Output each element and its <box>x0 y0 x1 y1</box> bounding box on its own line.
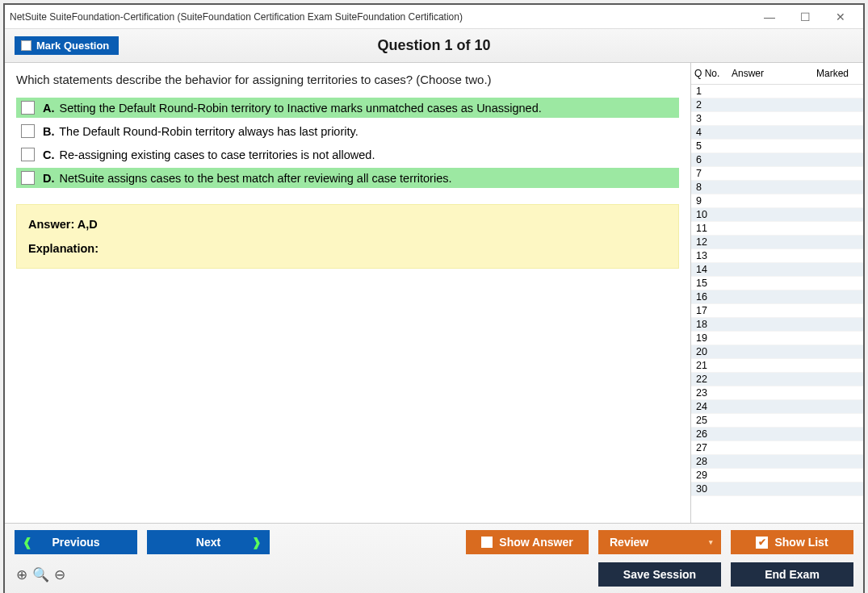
option-row[interactable]: C. Re-assigning existing cases to case t… <box>16 144 679 165</box>
question-list-row[interactable]: 25 <box>691 414 863 428</box>
option-row[interactable]: B. The Default Round-Robin territory alw… <box>16 121 679 141</box>
option-row[interactable]: D. NetSuite assigns cases to the best ma… <box>16 168 679 188</box>
question-list-row[interactable]: 9 <box>691 194 863 208</box>
question-list-row[interactable]: 1 <box>691 85 863 98</box>
question-number: 10 <box>694 209 732 220</box>
maximize-button[interactable]: ☐ <box>787 6 823 28</box>
mark-question-button[interactable]: Mark Question <box>15 36 119 55</box>
question-list-row[interactable]: 29 <box>691 469 863 482</box>
question-list-row[interactable]: 15 <box>691 277 863 290</box>
show-answer-button[interactable]: Show Answer <box>466 530 589 554</box>
options-list: A. Setting the Default Round-Robin terri… <box>16 98 679 188</box>
question-list-row[interactable]: 30 <box>691 482 863 496</box>
answer-box: Answer: A,D Explanation: <box>16 204 679 269</box>
option-checkbox[interactable] <box>21 148 35 161</box>
question-list-row[interactable]: 10 <box>691 208 863 222</box>
question-list-row[interactable]: 3 <box>691 112 863 126</box>
footer: ❰ Previous Next ❱ Show Answer Review ▾ ✔… <box>5 523 863 593</box>
question-list-row[interactable]: 13 <box>691 249 863 263</box>
question-list-row[interactable]: 6 <box>691 153 863 167</box>
option-text: B. The Default Round-Robin territory alw… <box>43 125 359 138</box>
checkbox-icon <box>21 40 31 51</box>
question-number: 18 <box>694 319 732 330</box>
question-list-row[interactable]: 20 <box>691 345 863 359</box>
window-controls: ― ☐ ✕ <box>752 6 858 28</box>
question-number: 14 <box>694 264 732 275</box>
question-list-row[interactable]: 23 <box>691 386 863 400</box>
question-list-row[interactable]: 16 <box>691 290 863 304</box>
review-dropdown[interactable]: Review ▾ <box>598 530 721 554</box>
question-list-row[interactable]: 4 <box>691 126 863 140</box>
zoom-out-icon[interactable]: ⊖ <box>54 566 65 583</box>
question-number: 1 <box>694 86 732 97</box>
show-list-button[interactable]: ✔ Show List <box>731 530 853 554</box>
option-body: Setting the Default Round-Robin territor… <box>57 102 542 115</box>
question-list-row[interactable]: 11 <box>691 222 863 236</box>
option-body: NetSuite assigns cases to the best match… <box>57 172 452 185</box>
option-text: A. Setting the Default Round-Robin terri… <box>43 102 542 115</box>
option-checkbox[interactable] <box>21 101 35 115</box>
option-text: D. NetSuite assigns cases to the best ma… <box>43 172 452 185</box>
question-list-row[interactable]: 17 <box>691 304 863 318</box>
zoom-reset-icon[interactable]: ⊕ <box>16 566 27 583</box>
end-exam-label: End Exam <box>765 568 820 581</box>
previous-button[interactable]: ❰ Previous <box>15 530 137 554</box>
question-heading: Question 1 of 10 <box>5 37 863 54</box>
question-list-row[interactable]: 26 <box>691 428 863 441</box>
question-list-row[interactable]: 24 <box>691 400 863 414</box>
question-number: 5 <box>694 140 732 152</box>
close-button[interactable]: ✕ <box>823 6 858 28</box>
question-number: 8 <box>694 182 732 193</box>
answer-line: Answer: A,D <box>28 218 667 231</box>
question-list-row[interactable]: 5 <box>691 140 863 153</box>
next-label: Next <box>196 536 220 549</box>
question-list-row[interactable]: 12 <box>691 236 863 249</box>
question-number: 28 <box>694 456 732 467</box>
question-list-row[interactable]: 21 <box>691 359 863 373</box>
option-checkbox[interactable] <box>21 171 35 185</box>
col-marked: Marked <box>815 68 860 79</box>
option-text: C. Re-assigning existing cases to case t… <box>43 148 375 161</box>
next-button[interactable]: Next ❱ <box>147 530 270 554</box>
question-number: 11 <box>694 223 732 234</box>
zoom-in-icon[interactable]: 🔍 <box>32 566 49 583</box>
toolbar: Mark Question Question 1 of 10 <box>5 29 863 63</box>
question-list-row[interactable]: 18 <box>691 318 863 332</box>
option-checkbox[interactable] <box>21 124 35 138</box>
question-list-row[interactable]: 2 <box>691 98 863 112</box>
question-list-row[interactable]: 14 <box>691 263 863 277</box>
option-body: Re-assigning existing cases to case terr… <box>57 148 375 161</box>
question-number: 29 <box>694 470 732 481</box>
question-number: 12 <box>694 236 732 248</box>
question-number: 4 <box>694 127 732 138</box>
question-panel: Which statements describe the behavior f… <box>5 63 690 523</box>
question-number: 17 <box>694 305 732 316</box>
question-list-row[interactable]: 27 <box>691 441 863 455</box>
titlebar: NetSuite SuiteFoundation-Certification (… <box>5 5 863 29</box>
checkbox-icon <box>481 537 493 548</box>
question-number: 24 <box>694 401 732 412</box>
question-number: 30 <box>694 483 732 495</box>
question-number: 20 <box>694 346 732 357</box>
question-list-header: Q No. Answer Marked <box>691 63 863 85</box>
question-number: 9 <box>694 195 732 207</box>
explanation-label: Explanation: <box>28 242 667 255</box>
content-area: Which statements describe the behavior f… <box>5 63 863 523</box>
minimize-button[interactable]: ― <box>752 6 787 28</box>
question-list-row[interactable]: 22 <box>691 373 863 386</box>
question-number: 7 <box>694 168 732 179</box>
checkbox-checked-icon: ✔ <box>756 537 768 549</box>
save-session-button[interactable]: Save Session <box>598 562 721 587</box>
question-list-row[interactable]: 7 <box>691 167 863 181</box>
question-list-row[interactable]: 28 <box>691 455 863 469</box>
question-list-row[interactable]: 8 <box>691 181 863 194</box>
col-qno: Q No. <box>694 68 732 79</box>
question-list[interactable]: 1234567891011121314151617181920212223242… <box>691 85 863 523</box>
question-number: 22 <box>694 374 732 385</box>
question-list-row[interactable]: 19 <box>691 332 863 345</box>
option-row[interactable]: A. Setting the Default Round-Robin terri… <box>16 98 679 118</box>
option-letter: B. <box>43 125 55 138</box>
option-letter: A. <box>43 102 55 115</box>
option-body: The Default Round-Robin territory always… <box>57 125 359 138</box>
end-exam-button[interactable]: End Exam <box>731 562 853 587</box>
